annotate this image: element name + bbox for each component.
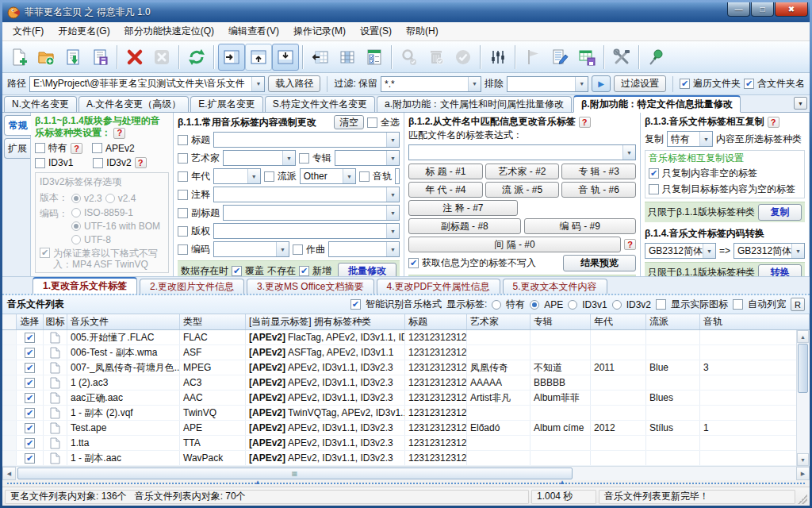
display-native-radio[interactable] [492, 300, 501, 310]
match-comment-button[interactable]: 注 释 - #7 [408, 200, 518, 216]
adjust-button[interactable] [485, 44, 511, 71]
encoding-from-combo[interactable]: GB2312简体 [645, 243, 716, 259]
overwrite-checkbox[interactable] [232, 266, 242, 276]
title-combo[interactable] [213, 132, 400, 148]
column-tags[interactable]: [当前显示标签] 拥有标签种类 [246, 314, 405, 329]
splitter-arrow-icon[interactable]: ▲ [559, 479, 565, 486]
select-all-checkbox[interactable] [367, 117, 377, 128]
pin-button[interactable] [643, 44, 670, 71]
help-icon[interactable] [768, 117, 779, 128]
table-row[interactable]: 005.开始懂了.FLACFLAC[APEv2]FlacTag, APEv2, … [2, 330, 797, 345]
vertical-scrollbar[interactable]: ▲ ▼ [796, 330, 809, 466]
album-checkbox[interactable] [299, 153, 309, 164]
help-icon[interactable] [113, 128, 125, 139]
row-select-checkbox[interactable] [25, 438, 35, 448]
subtab-music-tags[interactable]: 1.更改音乐文件标签 [33, 277, 137, 294]
row-select-checkbox[interactable] [25, 423, 35, 433]
traverse-folders-checkbox[interactable] [680, 79, 690, 89]
table-row[interactable]: Test.apeAPE[APEv2]APEv2, ID3v1.1, ID3v2.… [2, 421, 797, 436]
display-ape-radio[interactable] [530, 300, 539, 310]
maximize-button[interactable]: □ [751, 2, 774, 17]
dropdown-arrow-icon[interactable] [468, 77, 481, 91]
menu-file[interactable]: 文件(F) [6, 22, 51, 40]
album-combo[interactable] [335, 150, 400, 166]
panel-up-toggle[interactable] [245, 44, 272, 71]
dropdown-arrow-icon[interactable] [282, 151, 295, 165]
include-folder-name-checkbox[interactable] [744, 79, 754, 89]
load-path-button[interactable]: 载入路径 [268, 75, 320, 92]
dropdown-arrow-icon[interactable] [703, 244, 715, 258]
dropdown-arrow-icon[interactable] [699, 132, 712, 146]
dropdown-arrow-icon[interactable] [386, 242, 399, 256]
panel-down-toggle[interactable] [272, 44, 299, 71]
copyright-checkbox[interactable] [178, 226, 188, 237]
column-year[interactable]: 年代 [591, 314, 646, 329]
table-row[interactable]: 1.ttaTTA[APEv2]APEv2, ID3v1.1, ID3v2.312… [2, 436, 797, 451]
help-icon[interactable] [135, 157, 147, 168]
copyright-combo[interactable] [213, 223, 400, 239]
column-file[interactable]: 音乐文件 [67, 314, 180, 329]
row-select-checkbox[interactable] [25, 378, 35, 388]
genre-combo[interactable]: Other [300, 168, 356, 184]
dropdown-arrow-icon[interactable] [575, 77, 588, 91]
display-id3v2-radio[interactable] [612, 300, 622, 310]
expression-combo[interactable] [408, 144, 636, 160]
display-id3v1-radio[interactable] [568, 300, 577, 310]
apev2-checkbox[interactable] [92, 143, 102, 153]
panel-right-toggle[interactable] [218, 44, 245, 71]
row-select-checkbox[interactable] [25, 393, 35, 403]
table-row[interactable]: 1 (2).ac3AC3[APEv2]APEv2, ID3v1.1, ID3v2… [2, 375, 797, 391]
menu-history[interactable]: 操作记录(M) [286, 22, 353, 40]
match-year-button[interactable]: 年 代 - #4 [408, 182, 483, 198]
dropdown-arrow-icon[interactable] [276, 242, 289, 256]
column-album[interactable]: 专辑 [530, 314, 591, 329]
tools-button[interactable] [608, 44, 635, 71]
help-icon[interactable] [579, 117, 591, 128]
match-album-button[interactable]: 专 辑 - #3 [561, 164, 636, 179]
row-select-checkbox[interactable] [25, 348, 35, 358]
comment-combo[interactable] [213, 187, 400, 202]
dropdown-arrow-icon[interactable] [386, 224, 399, 238]
match-title-button[interactable]: 标 题 - #1 [408, 164, 483, 179]
match-gap-button[interactable]: 间 隔 - #0 [408, 237, 621, 252]
horizontal-scrollbar-thumb[interactable]: ▦ [17, 468, 573, 479]
column-icon[interactable]: 图标 [44, 314, 67, 329]
convert-button[interactable]: 转换 [758, 264, 802, 276]
artist-combo[interactable] [223, 150, 296, 166]
menu-help[interactable]: 帮助(H) [399, 22, 446, 40]
native-tag-checkbox[interactable] [35, 143, 45, 153]
track-input[interactable] [395, 168, 400, 184]
export-table-button[interactable] [573, 44, 600, 71]
row-select-checkbox[interactable] [25, 363, 35, 373]
horizontal-scrollbar[interactable]: ◀ ▦ ▶ [2, 466, 810, 480]
close-button[interactable]: ✖ [775, 2, 808, 17]
import-list-button[interactable] [59, 44, 86, 71]
refresh-columns-button[interactable]: R [791, 298, 805, 311]
column-title[interactable]: 标题 [405, 314, 467, 329]
dropdown-arrow-icon[interactable] [386, 206, 399, 220]
id3v2-checkbox[interactable] [93, 158, 103, 168]
year-checkbox[interactable] [178, 171, 188, 182]
row-select-checkbox[interactable] [25, 333, 35, 343]
match-subtitle-button[interactable]: 副标题 - #8 [408, 218, 521, 234]
tab-specific-filename[interactable]: S.特定文件文件名变更 [265, 96, 375, 112]
scroll-right-icon[interactable]: ▶ [796, 467, 810, 480]
delete-button[interactable] [121, 44, 148, 71]
clear-button[interactable]: 清空 [334, 115, 364, 129]
encoding-to-combo[interactable]: GB2312简体 [733, 243, 805, 259]
subtab-office-summary[interactable]: 3.更改MS Office文档摘要 [247, 279, 373, 294]
artist-checkbox[interactable] [178, 153, 188, 164]
menu-settings[interactable]: 设置(S) [353, 22, 399, 40]
column-genre[interactable]: 流派 [646, 314, 700, 329]
match-track-button[interactable]: 音 轨 - #6 [561, 182, 636, 198]
tab-filename[interactable]: N.文件名变更 [4, 96, 77, 112]
composer-combo[interactable] [328, 241, 400, 257]
new-list-button[interactable] [6, 44, 33, 71]
save-list-button[interactable] [86, 44, 113, 71]
column-select[interactable]: 选择 [17, 314, 44, 329]
smart-detect-checkbox[interactable] [350, 299, 361, 310]
table-row[interactable]: 006-Test - 副本.wmaASF[APEv2]ASFTag, APEv2… [2, 345, 797, 360]
path-combo[interactable]: E:\MyProject\@菲菲更名宝贝测试文件夹\音乐文件 [29, 76, 265, 92]
real-icon-checkbox[interactable] [656, 299, 666, 310]
dropdown-arrow-icon[interactable] [386, 151, 399, 165]
